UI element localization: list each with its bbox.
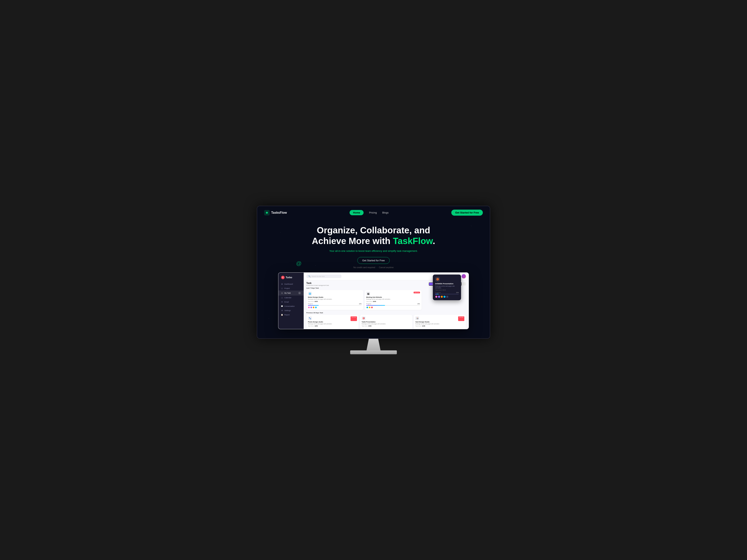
stand-base: [350, 350, 397, 354]
task-card-tublk: 🎯 Tublk Presentation Redesign all the we…: [360, 315, 412, 329]
card-done-meeting: Task Done: 08/56: [366, 301, 420, 302]
card-done-nickel: Task Done: 08/56: [308, 301, 362, 302]
conversation-icon: 💬: [281, 305, 283, 307]
f-avatar-4: [443, 296, 446, 298]
badge-vant: Over due: [458, 316, 465, 321]
task-card-pixels: 🐾 Over due Pixels Design studio Redesign…: [306, 315, 359, 329]
task-card-meeting: 🎬 Over due Meeting Hub Website Redesign …: [365, 290, 421, 310]
card-done-pixels: Task Done: 18/56: [308, 325, 357, 327]
dribbble-progress-pct: 15%: [456, 292, 459, 293]
sidebar-label-dashboard: Dashboard: [284, 283, 293, 285]
dribbble-progress-bar: [435, 294, 459, 294]
section-30days-label: Previous 30 Days Task: [306, 312, 466, 314]
dribbble-done: Task Done: 08/16: [435, 289, 459, 291]
task-title-group: Task Hi welcome to task management task: [306, 282, 329, 286]
hero-title-suffix: .: [433, 236, 435, 246]
sidebar-label-settings: Settings: [284, 310, 291, 312]
dribbble-icon: 🏀: [435, 277, 440, 282]
card-desc-nickel: Redesign all the web pages with animatio…: [308, 298, 362, 300]
settings-icon: ⚙: [281, 310, 283, 312]
sidebar-label-mytask: My Task: [284, 292, 291, 294]
card-done-tublk: Task Done: 25/56: [362, 325, 411, 327]
card-desc-vant: Redesign all the web pages with animatio…: [415, 323, 464, 325]
logo-icon: [264, 210, 269, 215]
sidebar-item-mytask[interactable]: ◻ My Task +: [278, 291, 304, 296]
card-icon-vant: 🎲: [415, 316, 419, 320]
sidebar-label-email: Email: [284, 301, 289, 303]
screen: TasksFlow Home Pricing Blogs Get Started…: [257, 206, 490, 338]
email-icon: ✉: [281, 301, 283, 303]
avatar-1: [308, 306, 310, 309]
f-avatar-add[interactable]: +: [446, 296, 448, 298]
project-icon: ◻: [281, 287, 283, 289]
sidebar-label-project: Project: [284, 287, 290, 289]
avatar-m3: [371, 306, 373, 309]
avatar-m2: [369, 306, 370, 309]
sidebar-item-settings[interactable]: ⚙ Settings: [278, 309, 304, 313]
sidebar-item-dashboard[interactable]: ⊞ Dashboard: [278, 282, 304, 286]
monitor-frame: TasksFlow Home Pricing Blogs Get Started…: [257, 206, 490, 339]
report-icon: 📋: [281, 314, 283, 316]
card-desc-meeting: Redesign all the web pages with animatio…: [366, 298, 420, 300]
sidebar-item-report[interactable]: 📋 Report: [278, 313, 304, 317]
hero-section: Organize, Collaborate, and Achieve More …: [257, 219, 490, 272]
svg-point-1: [266, 212, 267, 213]
monitor-stand: [350, 339, 397, 354]
stand-neck: [362, 339, 385, 350]
search-icon: 🔍: [308, 275, 310, 277]
avatar-group-nickel: [308, 306, 362, 309]
card-title-meeting: Meeting Hub Website: [366, 296, 420, 298]
f-avatar-3: [441, 296, 443, 298]
card-title-vant: Vant Design Studio: [415, 321, 464, 323]
add-task-mini-button[interactable]: +: [298, 292, 301, 294]
avatar-4: [315, 306, 317, 309]
sidebar-label-conversation: Conversation: [284, 305, 295, 307]
dribbble-desc: Redesign all the web pages with animatio…: [435, 285, 459, 289]
task-card-vant: 🎲 Over due Vant Design Studio Redesign a…: [414, 315, 466, 329]
sidebar-logo-icon: ✦: [281, 276, 285, 279]
progress-fill-nickel: [308, 305, 319, 306]
task-card-nickel: 🌐 Nickel Design Studio Redesign all the …: [306, 290, 363, 310]
navigation: TasksFlow Home Pricing Blogs Get Started…: [257, 206, 490, 219]
f-avatar-2: [438, 296, 440, 298]
overdue-badge-meeting: Over due: [414, 292, 420, 293]
sidebar-item-email[interactable]: ✉ Email: [278, 300, 304, 304]
dribbble-avatars: +: [435, 296, 459, 298]
logo: TasksFlow: [264, 210, 287, 215]
nav-blogs-link[interactable]: Blogs: [382, 211, 389, 214]
hero-brand-name: TaskFlow: [393, 236, 433, 246]
sidebar-item-calendar[interactable]: ◻ Calender: [278, 296, 304, 300]
sidebar-logo: ✦ Turbo: [278, 275, 304, 282]
nav-links: Home Pricing Blogs: [350, 210, 388, 215]
avatar-group-meeting: [366, 306, 420, 309]
nav-home-link[interactable]: Home: [350, 210, 364, 215]
sidebar-item-conversation[interactable]: 💬 Conversation: [278, 304, 304, 309]
user-avatar[interactable]: [462, 274, 466, 278]
dribbble-progress-fill: [435, 294, 439, 294]
task-subtitle: Hi welcome to task management task: [306, 285, 329, 286]
hero-cta-button[interactable]: Get Started for Free: [357, 257, 390, 264]
nav-cta-button[interactable]: Get Started for Free: [451, 210, 483, 216]
app-search-bar[interactable]: 🔍 Search for file here: [306, 274, 341, 278]
hero-footnote: No credit card required · Cancel anytime: [261, 266, 486, 269]
task-title: Task: [306, 282, 329, 285]
view-toggle[interactable]: [463, 282, 466, 286]
progress-label-nickel: Progress: [308, 303, 313, 304]
card-icon-nickel: 🌐: [308, 292, 312, 296]
hero-subtitle: Your all-in-one solution to boost team e…: [261, 249, 486, 253]
card-desc-pixels: Redesign all the web pages with animatio…: [308, 323, 357, 325]
sidebar-logo-text: Turbo: [286, 276, 292, 279]
dribbble-progress-row: Progress 15%: [435, 292, 459, 293]
progress-bar-nickel: [308, 305, 362, 306]
floating-dribbble-card: 🏀 Dribbble Presentation Redesign all the…: [433, 274, 461, 300]
dribbble-progress-label: Progress: [435, 292, 441, 293]
progress-pct-nickel: 20%: [359, 303, 362, 304]
avatar-m1: [366, 306, 368, 309]
sidebar-item-project[interactable]: ◻ Project: [278, 286, 304, 291]
progress-fill-meeting: [366, 305, 385, 306]
hero-title-line1: Organize, Collaborate, and: [317, 225, 430, 235]
f-avatar-1: [435, 296, 438, 298]
card-title-nickel: Nickel Design Studio: [308, 296, 362, 298]
nav-pricing-link[interactable]: Pricing: [369, 211, 377, 214]
card-icon-tublk: 🎯: [362, 316, 365, 320]
